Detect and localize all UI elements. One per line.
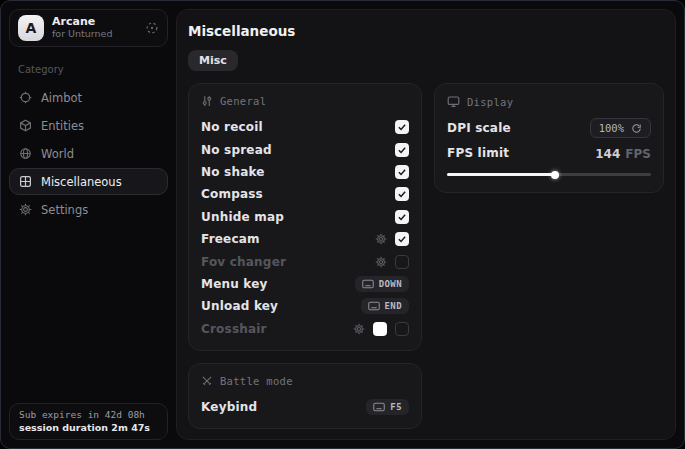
setting-label: Crosshair <box>201 322 267 336</box>
setting-row-keybind: Keybind F5 <box>201 396 409 418</box>
keybind-value: END <box>385 301 402 311</box>
globe-icon <box>19 147 32 160</box>
setting-row-unload-key: Unload key END <box>201 295 409 317</box>
keyboard-icon <box>373 402 385 412</box>
dpi-scale-value: 100% <box>599 122 624 134</box>
checkbox-crosshair[interactable] <box>395 322 409 336</box>
setting-row-unhide-map: Unhide map <box>201 206 409 228</box>
setting-label: Menu key <box>201 277 268 291</box>
sync-icon[interactable] <box>145 21 159 35</box>
setting-row-no-recoil: No recoil <box>201 116 409 138</box>
checkbox-unhide-map[interactable] <box>395 210 409 224</box>
keybind-button-menu[interactable]: DOWN <box>355 276 409 292</box>
checkbox-freecam[interactable] <box>395 232 409 246</box>
monitor-icon <box>447 95 460 108</box>
page-title: Miscellaneous <box>188 23 664 39</box>
display-panel: Display DPI scale 100% <box>434 83 664 193</box>
setting-label: No spread <box>201 143 272 157</box>
sidebar-item-label: Aimbot <box>41 91 82 105</box>
config-gear-icon[interactable] <box>375 233 387 245</box>
keyboard-icon <box>362 279 374 289</box>
dpi-scale-control[interactable]: 100% <box>590 118 651 138</box>
sub-expiry-text: Sub expires in 42d 08h <box>19 409 158 420</box>
slider-fill <box>447 173 555 176</box>
setting-label: Fov changer <box>201 255 286 269</box>
setting-row-no-spread: No spread <box>201 138 409 160</box>
general-panel-header: General <box>201 95 409 107</box>
keyboard-icon <box>368 301 380 311</box>
setting-row-freecam: Freecam <box>201 228 409 250</box>
grid-icon <box>19 175 32 188</box>
brand-card: A Arcane for Unturned <box>9 9 168 47</box>
display-panel-header: Display <box>447 95 651 108</box>
checkbox-no-recoil[interactable] <box>395 120 409 134</box>
sidebar-item-world[interactable]: World <box>9 140 168 167</box>
crosshair-icon <box>19 91 32 104</box>
battle-mode-panel: Battle mode Keybind F5 <box>188 363 422 429</box>
config-gear-icon[interactable] <box>353 323 365 335</box>
subscription-card: Sub expires in 42d 08h session duration … <box>9 403 168 440</box>
setting-label: Unhide map <box>201 210 284 224</box>
checkbox-no-shake[interactable] <box>395 165 409 179</box>
setting-row-crosshair: Crosshair <box>201 318 409 340</box>
setting-label: Keybind <box>201 400 257 414</box>
app-name: Arcane <box>52 16 112 29</box>
slider-thumb[interactable] <box>551 171 559 179</box>
sidebar-item-entities[interactable]: Entities <box>9 112 168 139</box>
setting-label: Unload key <box>201 299 278 313</box>
fps-limit-value: 144 <box>595 147 620 161</box>
content-columns: General No recoil No spread <box>188 83 664 429</box>
sidebar-item-settings[interactable]: Settings <box>9 196 168 223</box>
color-swatch[interactable] <box>373 322 387 336</box>
app-tagline: for Unturned <box>52 29 112 40</box>
battle-panel-header: Battle mode <box>201 375 409 387</box>
setting-label: DPI scale <box>447 121 511 135</box>
setting-row-fps-limit: FPS limit 144 FPS <box>447 141 651 163</box>
swords-icon <box>201 375 213 387</box>
gear-icon <box>19 203 32 216</box>
keybind-value: F5 <box>390 402 402 412</box>
sliders-icon <box>201 95 213 107</box>
sidebar: A Arcane for Unturned Category Aimbot <box>1 1 176 448</box>
setting-row-menu-key: Menu key DOWN <box>201 273 409 295</box>
sidebar-item-label: Miscellaneous <box>41 175 122 189</box>
setting-label: No recoil <box>201 120 263 134</box>
checkbox-no-spread[interactable] <box>395 143 409 157</box>
session-duration-text: session duration 2m 47s <box>19 422 158 433</box>
left-column: General No recoil No spread <box>188 83 422 429</box>
general-panel: General No recoil No spread <box>188 83 422 351</box>
setting-label: Compass <box>201 187 263 201</box>
setting-row-no-shake: No shake <box>201 161 409 183</box>
setting-row-fov-changer: Fov changer <box>201 250 409 272</box>
rotate-icon[interactable] <box>631 123 642 134</box>
main-content: Miscellaneous Misc General <box>176 9 676 440</box>
sidebar-item-label: Entities <box>41 119 84 133</box>
right-column: Display DPI scale 100% <box>434 83 664 193</box>
fps-limit-unit: FPS <box>625 147 651 161</box>
setting-row-dpi-scale: DPI scale 100% <box>447 117 651 139</box>
fps-limit-slider[interactable] <box>447 168 651 182</box>
keybind-value: DOWN <box>379 279 402 289</box>
checkbox-compass[interactable] <box>395 187 409 201</box>
brand-text: Arcane for Unturned <box>52 16 112 40</box>
app-logo: A <box>18 15 44 41</box>
setting-label: FPS limit <box>447 146 509 160</box>
setting-row-compass: Compass <box>201 183 409 205</box>
checkbox-fov-changer[interactable] <box>395 255 409 269</box>
app-window: A Arcane for Unturned Category Aimbot <box>0 0 685 449</box>
category-label: Category <box>18 64 168 75</box>
sidebar-item-label: Settings <box>41 203 88 217</box>
cube-icon <box>19 119 32 132</box>
battle-panel-title: Battle mode <box>220 375 293 387</box>
display-panel-title: Display <box>467 96 513 108</box>
sidebar-item-miscellaneous[interactable]: Miscellaneous <box>9 168 168 195</box>
sidebar-item-aimbot[interactable]: Aimbot <box>9 84 168 111</box>
general-panel-title: General <box>220 95 266 107</box>
keybind-button-unload[interactable]: END <box>361 298 409 314</box>
tab-misc[interactable]: Misc <box>188 50 238 71</box>
setting-label: Freecam <box>201 232 260 246</box>
sidebar-item-label: World <box>41 147 74 161</box>
setting-label: No shake <box>201 165 265 179</box>
config-gear-icon[interactable] <box>375 256 387 268</box>
keybind-button-battle[interactable]: F5 <box>366 399 409 415</box>
